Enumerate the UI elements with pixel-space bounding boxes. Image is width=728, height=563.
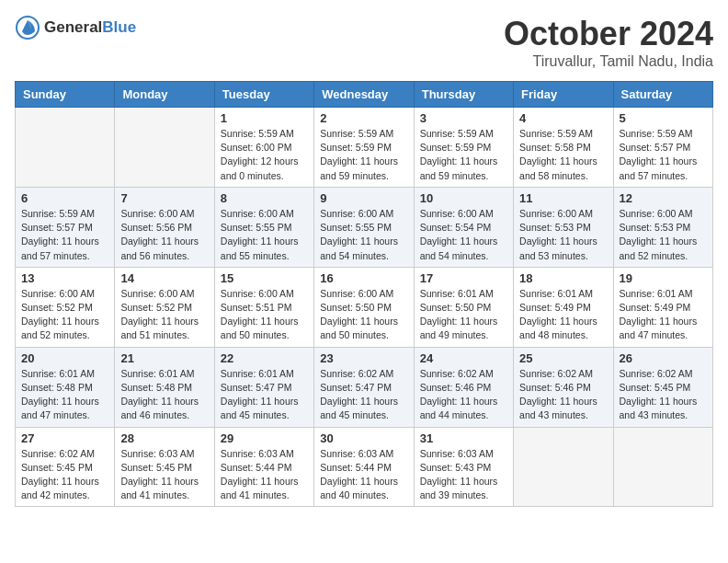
calendar-cell: 3Sunrise: 5:59 AM Sunset: 5:59 PM Daylig…	[414, 108, 513, 188]
cell-info: Sunrise: 6:02 AM Sunset: 5:45 PM Dayligh…	[620, 367, 707, 423]
calendar-week-row: 20Sunrise: 6:01 AM Sunset: 5:48 PM Dayli…	[16, 347, 713, 427]
cell-info: Sunrise: 6:03 AM Sunset: 5:44 PM Dayligh…	[221, 447, 308, 503]
day-number: 2	[320, 111, 407, 125]
calendar-week-row: 1Sunrise: 5:59 AM Sunset: 6:00 PM Daylig…	[16, 108, 713, 188]
day-number: 3	[420, 111, 507, 125]
day-number: 12	[620, 191, 707, 205]
calendar-table: SundayMondayTuesdayWednesdayThursdayFrid…	[15, 81, 713, 507]
cell-info: Sunrise: 6:01 AM Sunset: 5:49 PM Dayligh…	[519, 287, 607, 343]
calendar-cell	[115, 108, 214, 188]
day-number: 11	[519, 191, 607, 205]
day-number: 23	[320, 351, 407, 365]
cell-info: Sunrise: 5:59 AM Sunset: 5:57 PM Dayligh…	[620, 127, 707, 183]
day-number: 25	[519, 351, 607, 365]
cell-info: Sunrise: 6:00 AM Sunset: 5:50 PM Dayligh…	[320, 287, 407, 343]
day-number: 29	[221, 431, 308, 445]
cell-info: Sunrise: 5:59 AM Sunset: 5:57 PM Dayligh…	[21, 207, 108, 263]
calendar-cell: 26Sunrise: 6:02 AM Sunset: 5:45 PM Dayli…	[613, 347, 712, 427]
calendar-cell: 16Sunrise: 6:00 AM Sunset: 5:50 PM Dayli…	[314, 267, 414, 347]
day-number: 17	[420, 271, 507, 285]
day-number: 13	[21, 271, 108, 285]
calendar-cell	[16, 108, 115, 188]
page-header: GeneralBlue October 2024 Tiruvallur, Tam…	[15, 15, 713, 70]
calendar-cell: 7Sunrise: 6:00 AM Sunset: 5:56 PM Daylig…	[115, 187, 214, 267]
cell-info: Sunrise: 6:00 AM Sunset: 5:52 PM Dayligh…	[21, 287, 108, 343]
cell-info: Sunrise: 6:01 AM Sunset: 5:48 PM Dayligh…	[120, 367, 208, 423]
calendar-cell: 19Sunrise: 6:01 AM Sunset: 5:49 PM Dayli…	[613, 267, 712, 347]
calendar-cell: 24Sunrise: 6:02 AM Sunset: 5:46 PM Dayli…	[414, 347, 513, 427]
cell-info: Sunrise: 6:00 AM Sunset: 5:56 PM Dayligh…	[120, 207, 208, 263]
calendar-cell: 2Sunrise: 5:59 AM Sunset: 5:59 PM Daylig…	[314, 108, 414, 188]
cell-info: Sunrise: 5:59 AM Sunset: 6:00 PM Dayligh…	[221, 127, 308, 183]
day-number: 15	[221, 271, 308, 285]
cell-info: Sunrise: 5:59 AM Sunset: 5:59 PM Dayligh…	[320, 127, 407, 183]
day-number: 10	[420, 191, 507, 205]
cell-info: Sunrise: 6:02 AM Sunset: 5:47 PM Dayligh…	[320, 367, 407, 423]
day-number: 21	[120, 351, 208, 365]
logo-text: GeneralBlue	[44, 19, 136, 37]
calendar-cell: 10Sunrise: 6:00 AM Sunset: 5:54 PM Dayli…	[414, 187, 513, 267]
cell-info: Sunrise: 6:03 AM Sunset: 5:44 PM Dayligh…	[320, 447, 407, 503]
calendar-cell: 30Sunrise: 6:03 AM Sunset: 5:44 PM Dayli…	[314, 427, 414, 507]
cell-info: Sunrise: 5:59 AM Sunset: 5:58 PM Dayligh…	[519, 127, 607, 183]
calendar-cell: 22Sunrise: 6:01 AM Sunset: 5:47 PM Dayli…	[214, 347, 313, 427]
calendar-cell: 5Sunrise: 5:59 AM Sunset: 5:57 PM Daylig…	[613, 108, 712, 188]
weekday-header: Friday	[514, 82, 613, 108]
cell-info: Sunrise: 6:00 AM Sunset: 5:52 PM Dayligh…	[120, 287, 208, 343]
cell-info: Sunrise: 6:03 AM Sunset: 5:45 PM Dayligh…	[120, 447, 208, 503]
cell-info: Sunrise: 6:01 AM Sunset: 5:47 PM Dayligh…	[221, 367, 308, 423]
day-number: 14	[120, 271, 208, 285]
logo-icon	[15, 15, 40, 40]
day-number: 20	[21, 351, 108, 365]
calendar-cell: 27Sunrise: 6:02 AM Sunset: 5:45 PM Dayli…	[16, 427, 115, 507]
day-number: 19	[620, 271, 707, 285]
calendar-week-row: 27Sunrise: 6:02 AM Sunset: 5:45 PM Dayli…	[16, 427, 713, 507]
calendar-cell	[613, 427, 712, 507]
day-number: 16	[320, 271, 407, 285]
calendar-cell: 14Sunrise: 6:00 AM Sunset: 5:52 PM Dayli…	[115, 267, 214, 347]
cell-info: Sunrise: 6:00 AM Sunset: 5:53 PM Dayligh…	[519, 207, 607, 263]
cell-info: Sunrise: 6:01 AM Sunset: 5:49 PM Dayligh…	[620, 287, 707, 343]
day-number: 30	[320, 431, 407, 445]
calendar-cell: 20Sunrise: 6:01 AM Sunset: 5:48 PM Dayli…	[16, 347, 115, 427]
logo-blue: Blue	[102, 18, 136, 36]
month-title: October 2024	[504, 15, 713, 53]
day-number: 7	[120, 191, 208, 205]
calendar-cell: 29Sunrise: 6:03 AM Sunset: 5:44 PM Dayli…	[214, 427, 313, 507]
calendar-cell: 31Sunrise: 6:03 AM Sunset: 5:43 PM Dayli…	[414, 427, 513, 507]
calendar-week-row: 13Sunrise: 6:00 AM Sunset: 5:52 PM Dayli…	[16, 267, 713, 347]
day-number: 31	[420, 431, 507, 445]
location-title: Tiruvallur, Tamil Nadu, India	[504, 53, 713, 70]
calendar-cell: 6Sunrise: 5:59 AM Sunset: 5:57 PM Daylig…	[16, 187, 115, 267]
calendar-cell: 23Sunrise: 6:02 AM Sunset: 5:47 PM Dayli…	[314, 347, 414, 427]
weekday-header: Sunday	[16, 82, 115, 108]
day-number: 28	[120, 431, 208, 445]
calendar-cell: 15Sunrise: 6:00 AM Sunset: 5:51 PM Dayli…	[214, 267, 313, 347]
weekday-header: Saturday	[613, 82, 712, 108]
calendar-cell: 4Sunrise: 5:59 AM Sunset: 5:58 PM Daylig…	[514, 108, 613, 188]
calendar-week-row: 6Sunrise: 5:59 AM Sunset: 5:57 PM Daylig…	[16, 187, 713, 267]
calendar-cell: 1Sunrise: 5:59 AM Sunset: 6:00 PM Daylig…	[214, 108, 313, 188]
day-number: 5	[620, 111, 707, 125]
cell-info: Sunrise: 6:02 AM Sunset: 5:46 PM Dayligh…	[420, 367, 507, 423]
calendar-cell: 21Sunrise: 6:01 AM Sunset: 5:48 PM Dayli…	[115, 347, 214, 427]
logo-general: General	[44, 18, 102, 36]
day-number: 27	[21, 431, 108, 445]
cell-info: Sunrise: 6:02 AM Sunset: 5:45 PM Dayligh…	[21, 447, 108, 503]
calendar-cell: 25Sunrise: 6:02 AM Sunset: 5:46 PM Dayli…	[514, 347, 613, 427]
calendar-cell: 28Sunrise: 6:03 AM Sunset: 5:45 PM Dayli…	[115, 427, 214, 507]
cell-info: Sunrise: 6:01 AM Sunset: 5:48 PM Dayligh…	[21, 367, 108, 423]
day-number: 24	[420, 351, 507, 365]
day-number: 4	[519, 111, 607, 125]
weekday-header: Monday	[115, 82, 214, 108]
cell-info: Sunrise: 6:03 AM Sunset: 5:43 PM Dayligh…	[420, 447, 507, 503]
day-number: 26	[620, 351, 707, 365]
calendar-cell: 11Sunrise: 6:00 AM Sunset: 5:53 PM Dayli…	[514, 187, 613, 267]
cell-info: Sunrise: 6:00 AM Sunset: 5:54 PM Dayligh…	[420, 207, 507, 263]
cell-info: Sunrise: 6:00 AM Sunset: 5:51 PM Dayligh…	[221, 287, 308, 343]
cell-info: Sunrise: 6:00 AM Sunset: 5:55 PM Dayligh…	[221, 207, 308, 263]
weekday-header: Thursday	[414, 82, 513, 108]
day-number: 18	[519, 271, 607, 285]
calendar-cell: 17Sunrise: 6:01 AM Sunset: 5:50 PM Dayli…	[414, 267, 513, 347]
title-block: October 2024 Tiruvallur, Tamil Nadu, Ind…	[504, 15, 713, 70]
